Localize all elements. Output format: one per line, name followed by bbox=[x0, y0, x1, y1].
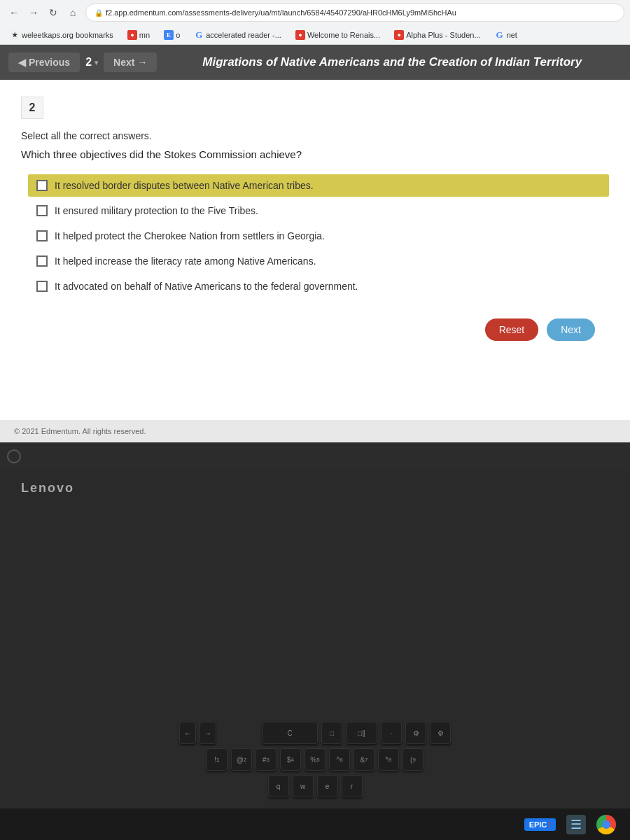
taskbar-circle[interactable] bbox=[7, 449, 21, 463]
next-toolbar-label: Next bbox=[113, 57, 134, 68]
bookmark-alpha[interactable]: ● Alpha Plus - Studen... bbox=[390, 29, 484, 41]
answer-option-4-text: It helped increase the literacy rate amo… bbox=[55, 255, 316, 267]
address-bar[interactable]: 🔒 f2.app.edmentum.com/assessments-delive… bbox=[85, 4, 624, 22]
answer-option-5[interactable]: It advocated on behalf of Native America… bbox=[28, 275, 609, 298]
key-back[interactable]: ← bbox=[179, 722, 196, 744]
bookmark-reader[interactable]: G accelerated reader -... bbox=[190, 29, 286, 41]
reset-button[interactable]: Reset bbox=[485, 318, 539, 341]
key-lparen[interactable]: (9 bbox=[402, 748, 424, 771]
next-toolbar-button[interactable]: Next → bbox=[104, 52, 157, 72]
key-gear[interactable]: ⚙ bbox=[405, 722, 426, 744]
address-text: f2.app.edmentum.com/assessments-delivery… bbox=[106, 8, 456, 17]
key-e[interactable]: e bbox=[317, 775, 338, 797]
key-excl[interactable]: !1 bbox=[206, 748, 227, 771]
checkbox-2[interactable] bbox=[36, 205, 48, 216]
home-button[interactable]: ⌂ bbox=[64, 4, 81, 21]
key-fwd[interactable]: → bbox=[200, 722, 216, 744]
answer-option-4[interactable]: It helped increase the literacy rate amo… bbox=[28, 250, 609, 272]
bookmark-alpha-icon: ● bbox=[394, 30, 404, 40]
previous-icon: ◀ bbox=[18, 57, 26, 68]
key-gear2[interactable]: ⚙ bbox=[430, 722, 451, 744]
question-container: 2 Select all the correct answers. Which … bbox=[0, 80, 630, 420]
answer-option-1[interactable]: It resolved border disputes between Nati… bbox=[28, 174, 609, 197]
key-amp[interactable]: &7 bbox=[354, 748, 374, 771]
bookmark-o[interactable]: E o bbox=[160, 29, 184, 41]
browser-chrome: ← → ↻ ⌂ 🔒 f2.app.edmentum.com/assessment… bbox=[0, 0, 630, 45]
key-q[interactable]: q bbox=[268, 775, 289, 797]
answer-option-2[interactable]: It ensured military protection to the Fi… bbox=[28, 200, 609, 222]
bookmark-welcome-icon: ● bbox=[295, 30, 305, 40]
answer-option-1-text: It resolved border disputes between Nati… bbox=[55, 180, 314, 191]
keyboard: ← → C □ □‖ · ⚙ ⚙ !1 @2 #3 $4 %5 ^6 &7 *8… bbox=[0, 722, 630, 802]
key-dot[interactable]: · bbox=[381, 722, 402, 744]
bookmark-gnet[interactable]: G net bbox=[491, 29, 522, 41]
epic-label: EPIC bbox=[529, 820, 547, 829]
checkbox-5[interactable] bbox=[36, 281, 48, 292]
address-bar-row: ← → ↻ ⌂ 🔒 f2.app.edmentum.com/assessment… bbox=[0, 0, 630, 25]
bookmark-welcome[interactable]: ● Welcome to Renais... bbox=[291, 29, 384, 41]
key-caret[interactable]: ^6 bbox=[329, 748, 350, 771]
nav-icons: ← → ↻ ⌂ bbox=[6, 4, 81, 21]
key-w[interactable]: w bbox=[293, 775, 314, 797]
assessment-toolbar: ◀ Previous 2 ▾ Next → Migrations of Nati… bbox=[0, 45, 630, 80]
key-hash[interactable]: #3 bbox=[255, 748, 276, 771]
next-action-button[interactable]: Next bbox=[547, 318, 595, 341]
bookmark-gnet-icon: G bbox=[495, 30, 505, 40]
bookmark-gnet-label: net bbox=[507, 31, 517, 39]
bookmark-o-label: o bbox=[176, 31, 180, 39]
page-number: 2 bbox=[85, 56, 92, 69]
key-star[interactable]: *8 bbox=[378, 748, 399, 771]
bookmark-o-icon: E bbox=[164, 30, 174, 40]
laptop-body: Lenovo EPIC ! ☰ ← → C □ □‖ · ⚙ ⚙ !1 @2 #… bbox=[0, 470, 630, 840]
answer-option-2-text: It ensured military protection to the Fi… bbox=[55, 205, 258, 216]
bookmark-mn[interactable]: ● mn bbox=[123, 29, 154, 41]
bookmark-mn-label: mn bbox=[139, 31, 150, 39]
bookmark-label: weleetkaps.org bookmarks bbox=[22, 31, 113, 39]
previous-button[interactable]: ◀ Previous bbox=[8, 52, 80, 72]
bookmark-reader-icon: G bbox=[194, 30, 204, 40]
keyboard-row-1: ← → C □ □‖ · ⚙ ⚙ bbox=[14, 722, 616, 744]
copyright-text: © 2021 Edmentum. All rights reserved. bbox=[0, 420, 630, 442]
key-at[interactable]: @2 bbox=[231, 748, 252, 771]
bookmark-icon: ★ bbox=[10, 30, 20, 40]
checkbox-4[interactable] bbox=[36, 255, 48, 267]
question-text: Which three objectives did the Stokes Co… bbox=[21, 148, 609, 160]
bookmarks-bar: ★ weleetkaps.org bookmarks ● mn E o G ac… bbox=[0, 25, 630, 45]
bookmark-weleetkaps[interactable]: ★ weleetkaps.org bookmarks bbox=[6, 29, 118, 41]
system-taskbar: EPIC ! ☰ bbox=[0, 808, 630, 840]
chrome-inner bbox=[602, 820, 610, 829]
back-button[interactable]: ← bbox=[6, 4, 22, 21]
key-sq[interactable]: □ bbox=[321, 722, 342, 744]
key-c[interactable]: C bbox=[262, 722, 318, 744]
question-instruction: Select all the correct answers. bbox=[21, 130, 609, 141]
page-dropdown-icon[interactable]: ▾ bbox=[94, 59, 98, 66]
answer-options: It resolved border disputes between Nati… bbox=[28, 174, 609, 298]
key-dollar[interactable]: $4 bbox=[280, 748, 301, 771]
lock-icon: 🔒 bbox=[94, 9, 103, 17]
chrome-icon[interactable] bbox=[596, 815, 616, 834]
assessment-title: Migrations of Native Americans and the C… bbox=[176, 55, 608, 69]
epic-badge[interactable]: EPIC ! bbox=[524, 818, 556, 831]
action-buttons: Reset Next bbox=[21, 318, 609, 341]
checkbox-3[interactable] bbox=[36, 230, 48, 241]
epic-exclamation: ! bbox=[548, 820, 551, 829]
checkbox-1[interactable] bbox=[36, 180, 48, 191]
answer-option-3-text: It helped protect the Cherokee Nation fr… bbox=[55, 230, 325, 241]
key-r[interactable]: r bbox=[342, 775, 363, 797]
bookmark-reader-label: accelerated reader -... bbox=[206, 31, 281, 39]
key-rect[interactable]: □‖ bbox=[346, 722, 377, 744]
page-indicator: 2 ▾ bbox=[85, 56, 98, 69]
keyboard-row-3: q w e r bbox=[14, 775, 616, 797]
keyboard-row-2: !1 @2 #3 $4 %5 ^6 &7 *8 (9 bbox=[14, 748, 616, 771]
answer-option-5-text: It advocated on behalf of Native America… bbox=[55, 281, 358, 292]
previous-label: Previous bbox=[29, 57, 70, 68]
next-toolbar-icon: → bbox=[137, 57, 147, 68]
question-number: 2 bbox=[21, 97, 43, 119]
key-percent[interactable]: %5 bbox=[304, 748, 326, 771]
lenovo-label: Lenovo bbox=[21, 481, 74, 496]
reload-button[interactable]: ↻ bbox=[45, 4, 62, 21]
answer-option-3[interactable]: It helped protect the Cherokee Nation fr… bbox=[28, 225, 609, 247]
forward-button[interactable]: → bbox=[25, 4, 42, 21]
bookmark-welcome-label: Welcome to Renais... bbox=[307, 31, 380, 39]
document-icon[interactable]: ☰ bbox=[566, 815, 586, 834]
